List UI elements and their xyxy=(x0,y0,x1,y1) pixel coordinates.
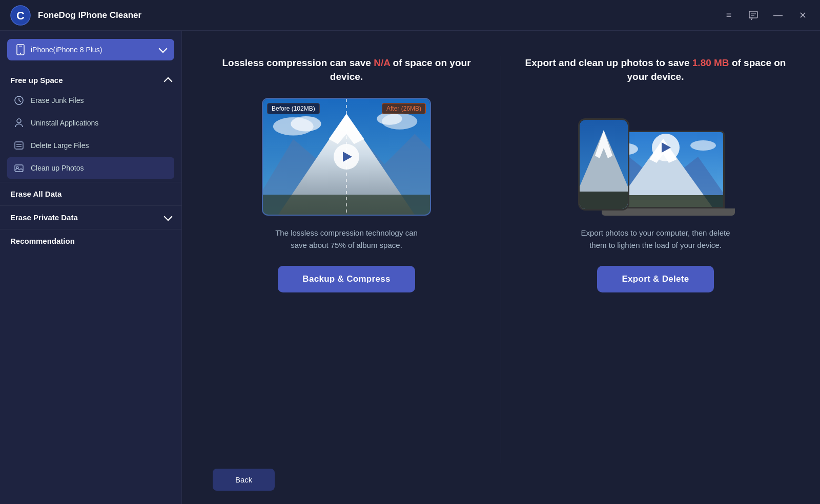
main-content: Lossless compression can save N/A of spa… xyxy=(182,31,820,504)
backup-compress-button[interactable]: Backup & Compress xyxy=(278,266,415,292)
list-icon xyxy=(14,140,24,151)
before-label: Before (102MB) xyxy=(267,103,320,114)
device-name: iPhone(iPhone 8 Plus) xyxy=(31,46,102,54)
section-header-erase-all[interactable]: Erase All Data xyxy=(7,184,174,203)
back-button[interactable]: Back xyxy=(213,469,275,491)
after-label: After (26MB) xyxy=(382,103,426,114)
chevron-up-icon xyxy=(164,77,173,86)
title-bar-left: C FoneDog iPhone Cleaner xyxy=(10,5,141,26)
nav-section-erase-all: Erase All Data xyxy=(0,184,181,203)
section-header-free-space[interactable]: Free up Space xyxy=(7,71,174,90)
bottom-bar: Back xyxy=(213,463,789,504)
chevron-down-private-icon xyxy=(164,212,173,221)
sidebar-item-large-files[interactable]: Delete Large Files xyxy=(7,135,174,156)
app-title: FoneDog iPhone Cleaner xyxy=(38,10,141,20)
export-description: Export photos to your computer, then del… xyxy=(579,227,732,251)
export-delete-button[interactable]: Export & Delete xyxy=(597,266,713,292)
title-bar: C FoneDog iPhone Cleaner ≡ — ✕ xyxy=(0,0,820,31)
photo-icon xyxy=(14,163,24,173)
nav-section-erase-private: Erase Private Data xyxy=(0,208,181,227)
title-bar-controls: ≡ — ✕ xyxy=(722,8,810,23)
play-button-compress[interactable] xyxy=(334,144,359,170)
svg-line-10 xyxy=(19,100,21,102)
compress-heading-prefix: Lossless compression can save xyxy=(222,57,374,68)
app-logo: C xyxy=(10,5,31,26)
svg-rect-12 xyxy=(15,142,23,149)
clock-icon xyxy=(14,95,24,106)
svg-point-22 xyxy=(291,116,321,132)
play-button-export[interactable] xyxy=(652,134,680,161)
section-header-recommendation[interactable]: Recommendation xyxy=(7,232,174,250)
export-heading-prefix: Export and clean up photos to save xyxy=(525,57,692,68)
play-triangle-icon xyxy=(343,152,352,162)
phone-screen xyxy=(580,120,628,209)
section-title-erase-all: Erase All Data xyxy=(10,190,61,198)
svg-rect-36 xyxy=(580,192,628,209)
svg-point-31 xyxy=(690,140,716,151)
sidebar: iPhone(iPhone 8 Plus) Free up Space E xyxy=(0,31,182,504)
chat-button[interactable] xyxy=(746,8,761,23)
compress-description: The lossless compression technology can … xyxy=(270,227,423,251)
card-export: Export and clean up photos to save 1.80 … xyxy=(522,56,789,292)
play-icon xyxy=(662,142,671,153)
chat-icon xyxy=(748,10,758,20)
sidebar-item-uninstall[interactable]: Uninstall Applications xyxy=(7,112,174,134)
close-button[interactable]: ✕ xyxy=(795,8,810,23)
phone-mockup xyxy=(578,118,629,211)
minimize-button[interactable]: — xyxy=(771,8,785,23)
compress-image-container: Before (102MB) After (26MB) xyxy=(262,98,431,216)
nav-label-photos: Clean up Photos xyxy=(31,164,84,172)
device-mockup-container xyxy=(571,98,740,216)
cards-row: Lossless compression can save N/A of spa… xyxy=(213,51,789,463)
main-layout: iPhone(iPhone 8 Plus) Free up Space E xyxy=(0,31,820,504)
phone-icon xyxy=(15,44,26,55)
section-title-free-space: Free up Space xyxy=(10,76,63,85)
card-export-heading: Export and clean up photos to save 1.80 … xyxy=(522,56,789,83)
svg-point-24 xyxy=(377,113,402,125)
svg-text:C: C xyxy=(16,9,25,22)
export-highlight: 1.80 MB xyxy=(692,57,729,68)
nav-label-uninstall: Uninstall Applications xyxy=(31,119,98,127)
svg-point-11 xyxy=(17,119,21,123)
sidebar-item-erase-junk[interactable]: Erase Junk Files xyxy=(7,90,174,111)
section-title-recommendation: Recommendation xyxy=(10,237,75,245)
device-selector[interactable]: iPhone(iPhone 8 Plus) xyxy=(7,39,174,60)
card-compress-heading: Lossless compression can save N/A of spa… xyxy=(213,56,480,83)
chevron-down-icon xyxy=(159,45,168,53)
compress-highlight: N/A xyxy=(374,57,390,68)
nav-section-free-space: Free up Space Erase Junk Files xyxy=(0,71,181,180)
svg-rect-15 xyxy=(15,165,23,172)
nav-label-erase-junk: Erase Junk Files xyxy=(31,96,84,104)
section-title-erase-private: Erase Private Data xyxy=(10,213,78,222)
svg-rect-2 xyxy=(749,11,757,18)
card-divider xyxy=(501,56,501,463)
menu-button[interactable]: ≡ xyxy=(722,8,736,23)
nav-label-large-files: Delete Large Files xyxy=(31,141,89,150)
svg-point-6 xyxy=(20,53,21,54)
nav-section-recommendation: Recommendation xyxy=(0,232,181,250)
sidebar-item-photos[interactable]: Clean up Photos xyxy=(7,157,174,179)
section-header-erase-private[interactable]: Erase Private Data xyxy=(7,208,174,227)
phone-mountain-image xyxy=(580,120,628,209)
card-compress: Lossless compression can save N/A of spa… xyxy=(213,56,480,292)
person-icon xyxy=(14,118,24,128)
